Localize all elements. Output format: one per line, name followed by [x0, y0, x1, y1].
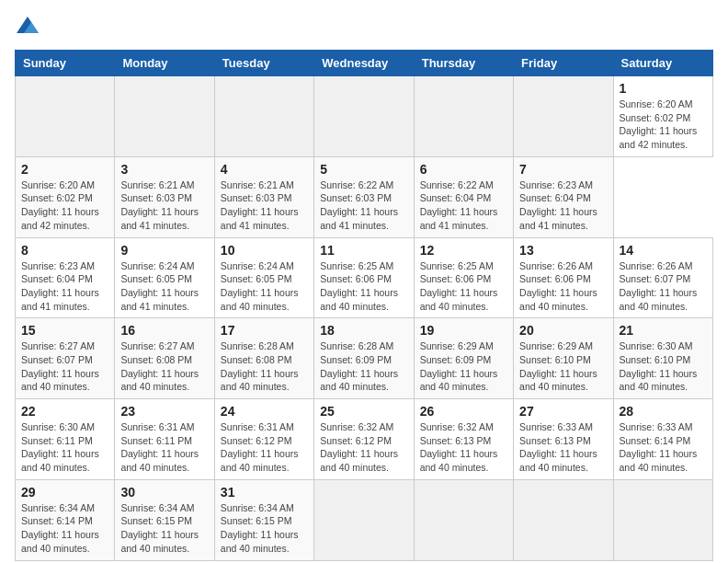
- calendar-header-row: SundayMondayTuesdayWednesdayThursdayFrid…: [16, 51, 713, 76]
- day-number: 2: [21, 162, 108, 177]
- calendar-day-cell: 14 Sunrise: 6:26 AMSunset: 6:07 PMDaylig…: [613, 237, 712, 318]
- calendar-day-cell: 5 Sunrise: 6:22 AMSunset: 6:03 PMDayligh…: [314, 156, 414, 237]
- day-info: Sunrise: 6:34 AMSunset: 6:15 PMDaylight:…: [221, 501, 308, 556]
- calendar-day-cell: [214, 76, 313, 157]
- calendar-day-cell: [314, 479, 414, 560]
- calendar-day-cell: 31 Sunrise: 6:34 AMSunset: 6:15 PMDaylig…: [214, 479, 313, 560]
- calendar-day-cell: 6 Sunrise: 6:22 AMSunset: 6:04 PMDayligh…: [414, 156, 513, 237]
- day-info: Sunrise: 6:34 AMSunset: 6:15 PMDaylight:…: [120, 501, 208, 556]
- day-info: Sunrise: 6:22 AMSunset: 6:03 PMDaylight:…: [320, 178, 407, 233]
- day-number: 3: [120, 162, 208, 177]
- day-info: Sunrise: 6:21 AMSunset: 6:03 PMDaylight:…: [221, 178, 308, 233]
- calendar-day-cell: 27 Sunrise: 6:33 AMSunset: 6:13 PMDaylig…: [514, 399, 613, 480]
- calendar-day-cell: 28 Sunrise: 6:33 AMSunset: 6:14 PMDaylig…: [613, 399, 712, 480]
- calendar-day-cell: 20 Sunrise: 6:29 AMSunset: 6:10 PMDaylig…: [514, 318, 613, 399]
- day-number: 7: [519, 162, 607, 177]
- calendar-day-cell: 4 Sunrise: 6:21 AMSunset: 6:03 PMDayligh…: [214, 156, 313, 237]
- day-number: 26: [420, 404, 507, 419]
- day-number: 20: [519, 323, 607, 338]
- calendar-week-row: 1 Sunrise: 6:20 AMSunset: 6:02 PMDayligh…: [16, 76, 713, 157]
- logo-icon: [15, 15, 40, 40]
- day-info: Sunrise: 6:31 AMSunset: 6:12 PMDaylight:…: [221, 420, 308, 475]
- day-info: Sunrise: 6:28 AMSunset: 6:09 PMDaylight:…: [320, 339, 407, 394]
- day-number: 24: [221, 404, 308, 419]
- day-info: Sunrise: 6:20 AMSunset: 6:02 PMDaylight:…: [21, 178, 108, 233]
- day-info: Sunrise: 6:26 AMSunset: 6:06 PMDaylight:…: [519, 259, 607, 314]
- calendar-day-cell: [414, 479, 513, 560]
- day-info: Sunrise: 6:32 AMSunset: 6:13 PMDaylight:…: [420, 420, 507, 475]
- calendar-day-cell: [514, 479, 613, 560]
- day-info: Sunrise: 6:24 AMSunset: 6:05 PMDaylight:…: [221, 259, 308, 314]
- day-number: 1: [620, 81, 707, 96]
- calendar-day-cell: 15 Sunrise: 6:27 AMSunset: 6:07 PMDaylig…: [16, 318, 115, 399]
- calendar-header-cell: Saturday: [613, 51, 712, 76]
- day-number: 11: [320, 243, 407, 258]
- calendar-day-cell: [16, 76, 115, 157]
- calendar-day-cell: 17 Sunrise: 6:28 AMSunset: 6:08 PMDaylig…: [214, 318, 313, 399]
- day-info: Sunrise: 6:27 AMSunset: 6:08 PMDaylight:…: [120, 339, 208, 394]
- calendar-table: SundayMondayTuesdayWednesdayThursdayFrid…: [15, 50, 713, 561]
- day-info: Sunrise: 6:33 AMSunset: 6:13 PMDaylight:…: [519, 420, 607, 475]
- day-number: 12: [420, 243, 507, 258]
- day-number: 31: [221, 485, 308, 500]
- calendar-day-cell: [514, 76, 613, 157]
- day-number: 10: [221, 243, 308, 258]
- page-header: [15, 15, 713, 40]
- calendar-day-cell: 30 Sunrise: 6:34 AMSunset: 6:15 PMDaylig…: [115, 479, 214, 560]
- calendar-header-cell: Monday: [115, 51, 214, 76]
- calendar-day-cell: 18 Sunrise: 6:28 AMSunset: 6:09 PMDaylig…: [314, 318, 414, 399]
- calendar-day-cell: 13 Sunrise: 6:26 AMSunset: 6:06 PMDaylig…: [514, 237, 613, 318]
- calendar-header-cell: Tuesday: [214, 51, 313, 76]
- day-number: 22: [21, 404, 108, 419]
- day-number: 30: [120, 485, 208, 500]
- day-number: 16: [120, 323, 208, 338]
- day-number: 8: [21, 243, 108, 258]
- calendar-header-cell: Sunday: [16, 51, 115, 76]
- calendar-day-cell: 12 Sunrise: 6:25 AMSunset: 6:06 PMDaylig…: [414, 237, 513, 318]
- day-info: Sunrise: 6:25 AMSunset: 6:06 PMDaylight:…: [320, 259, 407, 314]
- calendar-day-cell: 25 Sunrise: 6:32 AMSunset: 6:12 PMDaylig…: [314, 399, 414, 480]
- calendar-week-row: 15 Sunrise: 6:27 AMSunset: 6:07 PMDaylig…: [16, 318, 713, 399]
- day-number: 25: [320, 404, 407, 419]
- calendar-day-cell: 10 Sunrise: 6:24 AMSunset: 6:05 PMDaylig…: [214, 237, 313, 318]
- day-info: Sunrise: 6:23 AMSunset: 6:04 PMDaylight:…: [519, 178, 607, 233]
- day-info: Sunrise: 6:34 AMSunset: 6:14 PMDaylight:…: [21, 501, 108, 556]
- day-info: Sunrise: 6:30 AMSunset: 6:11 PMDaylight:…: [21, 420, 108, 475]
- day-info: Sunrise: 6:22 AMSunset: 6:04 PMDaylight:…: [420, 178, 507, 233]
- calendar-header-cell: Wednesday: [314, 51, 414, 76]
- calendar-day-cell: 26 Sunrise: 6:32 AMSunset: 6:13 PMDaylig…: [414, 399, 513, 480]
- day-info: Sunrise: 6:29 AMSunset: 6:10 PMDaylight:…: [519, 339, 607, 394]
- day-info: Sunrise: 6:32 AMSunset: 6:12 PMDaylight:…: [320, 420, 407, 475]
- calendar-day-cell: 9 Sunrise: 6:24 AMSunset: 6:05 PMDayligh…: [115, 237, 214, 318]
- calendar-day-cell: 1 Sunrise: 6:20 AMSunset: 6:02 PMDayligh…: [613, 76, 712, 157]
- day-number: 28: [620, 404, 707, 419]
- calendar-header-cell: Friday: [514, 51, 613, 76]
- day-number: 27: [519, 404, 607, 419]
- day-number: 13: [519, 243, 607, 258]
- calendar-day-cell: [414, 76, 513, 157]
- calendar-week-row: 22 Sunrise: 6:30 AMSunset: 6:11 PMDaylig…: [16, 399, 713, 480]
- calendar-day-cell: 8 Sunrise: 6:23 AMSunset: 6:04 PMDayligh…: [16, 237, 115, 318]
- day-info: Sunrise: 6:26 AMSunset: 6:07 PMDaylight:…: [620, 259, 707, 314]
- day-info: Sunrise: 6:27 AMSunset: 6:07 PMDaylight:…: [21, 339, 108, 394]
- calendar-week-row: 2 Sunrise: 6:20 AMSunset: 6:02 PMDayligh…: [16, 156, 713, 237]
- logo: [15, 15, 44, 40]
- calendar-day-cell: [613, 479, 712, 560]
- calendar-day-cell: [115, 76, 214, 157]
- day-info: Sunrise: 6:31 AMSunset: 6:11 PMDaylight:…: [120, 420, 208, 475]
- calendar-day-cell: 16 Sunrise: 6:27 AMSunset: 6:08 PMDaylig…: [115, 318, 214, 399]
- calendar-day-cell: 24 Sunrise: 6:31 AMSunset: 6:12 PMDaylig…: [214, 399, 313, 480]
- calendar-day-cell: 11 Sunrise: 6:25 AMSunset: 6:06 PMDaylig…: [314, 237, 414, 318]
- calendar-day-cell: 22 Sunrise: 6:30 AMSunset: 6:11 PMDaylig…: [16, 399, 115, 480]
- day-number: 9: [120, 243, 208, 258]
- day-info: Sunrise: 6:28 AMSunset: 6:08 PMDaylight:…: [221, 339, 308, 394]
- day-number: 18: [320, 323, 407, 338]
- calendar-day-cell: [314, 76, 414, 157]
- day-info: Sunrise: 6:33 AMSunset: 6:14 PMDaylight:…: [620, 420, 707, 475]
- day-number: 23: [120, 404, 208, 419]
- day-number: 15: [21, 323, 108, 338]
- day-info: Sunrise: 6:29 AMSunset: 6:09 PMDaylight:…: [420, 339, 507, 394]
- calendar-week-row: 8 Sunrise: 6:23 AMSunset: 6:04 PMDayligh…: [16, 237, 713, 318]
- day-number: 4: [221, 162, 308, 177]
- calendar-day-cell: 23 Sunrise: 6:31 AMSunset: 6:11 PMDaylig…: [115, 399, 214, 480]
